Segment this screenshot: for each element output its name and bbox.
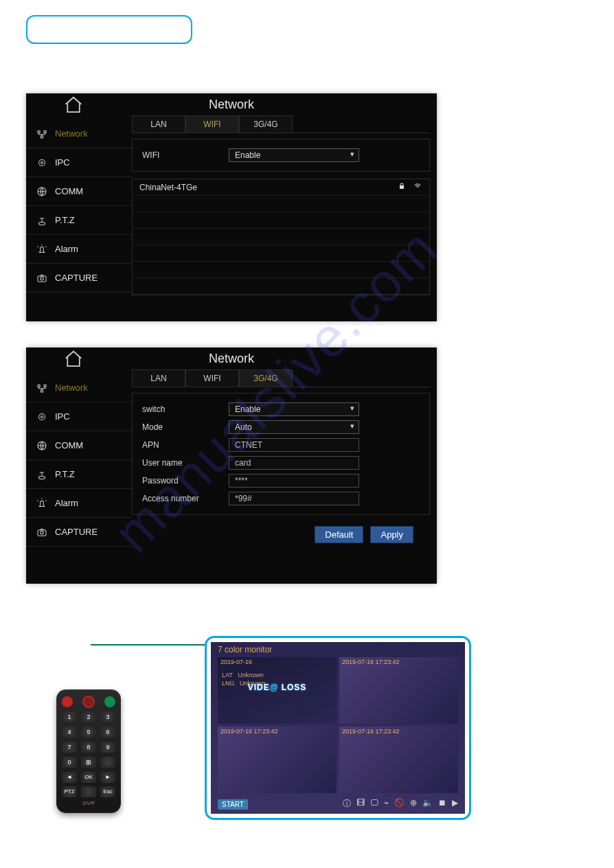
input-password[interactable]: **** [229, 474, 359, 488]
select-switch[interactable]: Enable [229, 402, 359, 416]
monitor-preview: 7 color monitor 2019-07-16 LAT Unknown L… [205, 636, 471, 820]
speaker-icon[interactable]: 🔈 [422, 798, 433, 810]
tab-lan[interactable]: LAN [132, 115, 185, 133]
sidebar-item-network[interactable]: Network [26, 119, 132, 148]
remote-power-button[interactable] [62, 696, 73, 707]
default-button[interactable]: Default [315, 526, 363, 543]
tab-3g4g[interactable]: 3G/4G [239, 115, 293, 133]
sidebar-item-ptz[interactable]: P.T.Z [26, 460, 132, 489]
remote-ok-button[interactable]: OK [81, 772, 96, 783]
apply-button[interactable]: Apply [370, 526, 413, 543]
wifi-network-row[interactable]: ChinaNet-4TGe [133, 179, 429, 196]
wifi-empty-row [133, 212, 429, 229]
remote-esc-button[interactable]: Esc [100, 786, 115, 797]
monitor-icon[interactable]: 🖵 [370, 798, 378, 810]
quad-cell-4: 2019-07-16 17:23:42 [339, 727, 458, 793]
remote-key-8[interactable]: 8 [81, 742, 96, 753]
remote-key-5[interactable]: 5 [81, 727, 96, 738]
svg-point-0 [39, 159, 45, 165]
quad-cell-3: 2019-07-16 17:23:42 [218, 727, 337, 793]
remote-ptz-button[interactable]: PTZ [62, 786, 77, 797]
monitor-start-button[interactable]: START [218, 799, 248, 810]
wifi-empty-row [133, 229, 429, 245]
ptz-icon [36, 214, 48, 227]
input-access-number[interactable]: *99# [229, 492, 359, 505]
label-mode: Mode [142, 422, 229, 432]
label-wifi: WIFI [142, 150, 229, 160]
remote-key-blank[interactable] [100, 757, 115, 768]
info-icon[interactable]: ⓘ [343, 798, 351, 810]
remote-key-4[interactable]: 4 [62, 727, 77, 738]
remote-key-1[interactable]: 1 [62, 711, 77, 722]
alarm-icon [36, 497, 48, 510]
camera-icon [36, 157, 48, 169]
window-title-bar: Network [26, 93, 437, 115]
play-icon[interactable]: ▶ [452, 798, 458, 810]
label-password: Password [142, 476, 229, 486]
sidebar-item-alarm[interactable]: Alarm [26, 489, 132, 518]
zoom-icon[interactable]: ⊕ [410, 798, 417, 810]
remote-left-button[interactable]: ◄ [62, 772, 77, 783]
sidebar-item-comm[interactable]: COMM [26, 177, 132, 206]
broadcast-icon[interactable]: ⌁ [384, 798, 389, 810]
network-icon [36, 382, 48, 394]
remote-key-2[interactable]: 2 [81, 711, 96, 722]
quad-timestamp: 2019-07-16 17:23:42 [220, 728, 278, 735]
wifi-settings-panel: WIFI Enable [132, 139, 430, 172]
sidebar-item-label: CAPTURE [55, 273, 98, 283]
sidebar-item-label: P.T.Z [55, 215, 75, 225]
remote-info-button[interactable] [83, 696, 94, 707]
globe-icon [36, 439, 48, 452]
record-icon[interactable]: ⏹ [438, 798, 446, 810]
svg-point-5 [39, 413, 45, 420]
tab-lan[interactable]: LAN [132, 369, 185, 387]
remote-brand-label: DVR [62, 800, 115, 806]
cellular-settings-panel: switch Enable Mode Auto APN CTNET User n… [132, 393, 430, 515]
monitor-title: 7 color monitor [218, 645, 272, 654]
select-wifi-enable[interactable]: Enable [229, 148, 359, 162]
quad-cell-2: 2019-07-16 17:23:42 [339, 657, 458, 724]
sidebar-item-capture[interactable]: CAPTURE [26, 518, 132, 547]
sidebar: Network IPC COMM P.T.Z Alarm CAPTURE [26, 369, 132, 550]
remote-key-9[interactable]: 9 [100, 742, 115, 753]
sidebar-item-capture[interactable]: CAPTURE [26, 264, 132, 293]
sidebar-item-comm[interactable]: COMM [26, 431, 132, 460]
label-access-number: Access number [142, 494, 229, 503]
sidebar-item-ptz[interactable]: P.T.Z [26, 206, 132, 235]
sidebar-item-ipc[interactable]: IPC [26, 148, 132, 177]
home-icon[interactable] [60, 349, 87, 373]
dvr-screenshot-3g4g: Network Network IPC COMM P.T.Z Alarm [26, 347, 437, 584]
tab-wifi[interactable]: WIFI [185, 369, 239, 387]
capture-icon [36, 272, 48, 284]
remote-key-3[interactable]: 3 [100, 711, 115, 722]
tab-3g4g[interactable]: 3G/4G [239, 369, 293, 387]
sidebar-item-label: COMM [55, 440, 83, 450]
sidebar-item-alarm[interactable]: Alarm [26, 235, 132, 264]
select-mode[interactable]: Auto [229, 420, 359, 434]
remote-right-button[interactable]: ► [100, 772, 115, 783]
home-icon[interactable] [60, 95, 87, 119]
window-title: Network [209, 352, 254, 366]
tab-wifi[interactable]: WIFI [185, 115, 239, 133]
svg-point-6 [41, 415, 43, 418]
sidebar: Network IPC COMM P.T.Z Alarm CAPTURE [26, 115, 132, 295]
sidebar-item-label: Network [55, 128, 88, 139]
remote-key-grid[interactable]: ⊞ [81, 757, 96, 768]
sidebar-item-label: Network [55, 382, 88, 393]
sidebar-item-ipc[interactable]: IPC [26, 402, 132, 431]
wifi-ssid: ChinaNet-4TGe [139, 183, 398, 192]
sidebar-item-network[interactable]: Network [26, 374, 132, 402]
svg-point-4 [41, 277, 44, 280]
remote-blank-button[interactable] [81, 786, 96, 797]
mute-icon[interactable]: 🚫 [394, 798, 405, 810]
input-apn[interactable]: CTNET [229, 438, 359, 452]
remote-dev-button[interactable] [104, 696, 115, 707]
remote-key-0[interactable]: 0 [62, 757, 77, 768]
remote-key-6[interactable]: 6 [100, 727, 115, 738]
header-pill [26, 15, 192, 44]
remote-key-7[interactable]: 7 [62, 742, 77, 753]
dvr-screenshot-wifi: Network Network IPC COMM P.T.Z Alarm [26, 93, 437, 321]
input-username[interactable]: card [229, 456, 359, 470]
tab-bar: LAN WIFI 3G/4G [132, 369, 430, 387]
film-icon[interactable]: 🎞 [356, 798, 365, 810]
